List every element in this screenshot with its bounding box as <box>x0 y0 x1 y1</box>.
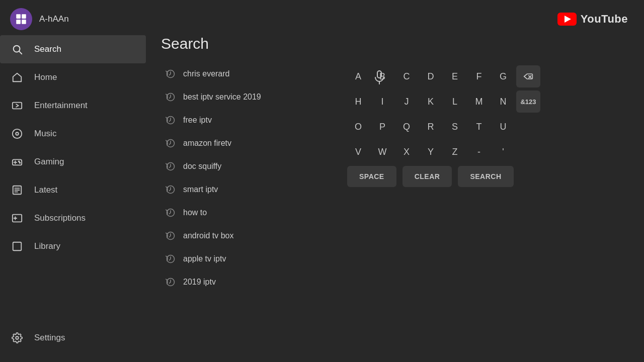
key-Z[interactable]: Z <box>444 141 466 163</box>
sidebar-item-settings[interactable]: Settings <box>0 324 146 352</box>
suggestion-item[interactable]: best iptv service 2019 <box>161 86 327 108</box>
sidebar: Search Home Entertainment <box>0 35 146 362</box>
sidebar-label-library: Library <box>34 241 60 251</box>
key-P[interactable]: P <box>371 116 393 138</box>
key-M[interactable]: M <box>468 90 490 113</box>
key-clear[interactable]: CLEAR <box>403 166 452 187</box>
key-K[interactable]: K <box>420 90 442 113</box>
svg-point-7 <box>13 129 22 138</box>
history-icon <box>165 253 176 264</box>
sidebar-label-settings: Settings <box>34 333 65 343</box>
svg-rect-1 <box>22 14 26 19</box>
suggestion-item[interactable]: amazon firetv <box>161 133 327 154</box>
key-E[interactable]: E <box>444 65 466 87</box>
key-C[interactable]: C <box>395 65 418 87</box>
suggestion-text: free iptv <box>183 116 212 125</box>
youtube-text: YouTube <box>581 13 628 26</box>
key-O[interactable]: O <box>347 116 369 138</box>
sidebar-item-music[interactable]: Music <box>0 120 146 148</box>
svg-rect-34 <box>377 71 381 78</box>
sidebar-label-subscriptions: Subscriptions <box>34 213 86 223</box>
suggestion-text: chris everard <box>183 69 229 78</box>
key-N[interactable]: N <box>492 90 514 113</box>
main-layout: Search Home Entertainment <box>0 35 644 362</box>
sidebar-item-home[interactable]: Home <box>0 63 146 92</box>
sidebar-label-gaming: Gaming <box>34 157 64 167</box>
sidebar-label-home: Home <box>34 72 57 82</box>
key-Y[interactable]: Y <box>420 141 442 163</box>
suggestions-list: chris everard best iptv service 2019 fre… <box>161 63 327 352</box>
sidebar-item-library[interactable]: Library <box>0 232 146 260</box>
key-V[interactable]: V <box>347 141 369 163</box>
key-A[interactable]: A <box>347 65 369 87</box>
suggestion-text: amazon firetv <box>183 139 231 148</box>
history-icon <box>165 68 176 79</box>
sidebar-label-latest: Latest <box>34 185 57 195</box>
latest-icon <box>10 183 24 197</box>
suggestion-item[interactable]: chris everard <box>161 63 327 84</box>
youtube-logo: YouTube <box>557 13 628 26</box>
svg-rect-0 <box>16 14 21 19</box>
key-I[interactable]: I <box>371 90 393 113</box>
key-G[interactable]: G <box>492 65 514 87</box>
key-W[interactable]: W <box>371 141 393 163</box>
suggestion-item[interactable]: how to <box>161 202 327 223</box>
content-area: Search chris everard best iptv service 2… <box>146 35 644 362</box>
key-backspace[interactable] <box>516 65 540 87</box>
search-icon <box>10 42 24 56</box>
username: A-hAAn <box>39 14 69 24</box>
key-S[interactable]: S <box>444 116 466 138</box>
key-H[interactable]: H <box>347 90 369 113</box>
history-icon <box>165 138 176 149</box>
key-R[interactable]: R <box>420 116 442 138</box>
sidebar-item-gaming[interactable]: Gaming <box>0 148 146 176</box>
suggestion-item[interactable]: doc squiffy <box>161 156 327 177</box>
page-title: Search <box>161 35 624 52</box>
svg-point-21 <box>16 336 19 339</box>
suggestion-text: apple tv iptv <box>183 254 226 263</box>
sidebar-item-entertainment[interactable]: Entertainment <box>0 92 146 120</box>
sidebar-item-subscriptions[interactable]: Subscriptions <box>0 204 146 232</box>
key-D[interactable]: D <box>420 65 442 87</box>
avatar[interactable] <box>10 8 32 30</box>
svg-rect-2 <box>16 20 21 24</box>
library-icon <box>10 239 24 253</box>
suggestion-text: 2019 iptv <box>183 278 216 287</box>
entertainment-icon <box>10 99 24 113</box>
music-icon <box>10 127 24 141</box>
keyboard-row-3: O P Q R S T U <box>347 116 540 138</box>
key-J[interactable]: J <box>395 90 418 113</box>
key-search[interactable]: SEARCH <box>458 166 513 187</box>
key-space[interactable]: SPACE <box>347 166 396 187</box>
suggestion-item[interactable]: smart iptv <box>161 179 327 200</box>
sidebar-item-search[interactable]: Search <box>0 35 146 63</box>
keyboard-row-4: V W X Y Z - ' <box>347 141 540 163</box>
sidebar-item-latest[interactable]: Latest <box>0 176 146 204</box>
key-dash[interactable]: - <box>468 141 490 163</box>
suggestion-item[interactable]: 2019 iptv <box>161 272 327 293</box>
svg-rect-6 <box>13 103 22 109</box>
key-special[interactable]: &123 <box>516 90 540 113</box>
history-icon <box>165 277 176 288</box>
svg-point-8 <box>16 132 19 135</box>
svg-line-5 <box>19 51 22 54</box>
key-U[interactable]: U <box>492 116 514 138</box>
key-apostrophe[interactable]: ' <box>492 141 514 163</box>
mic-button[interactable] <box>368 66 390 88</box>
history-icon <box>165 92 176 103</box>
keyboard-area: A B C D E F G <box>347 63 395 352</box>
svg-point-13 <box>20 162 21 163</box>
svg-rect-3 <box>22 20 26 24</box>
sidebar-label-music: Music <box>34 129 56 139</box>
history-icon <box>165 230 176 241</box>
key-T[interactable]: T <box>468 116 490 138</box>
suggestion-item[interactable]: android tv box <box>161 225 327 246</box>
key-X[interactable]: X <box>395 141 418 163</box>
suggestion-item[interactable]: free iptv <box>161 110 327 131</box>
key-F[interactable]: F <box>468 65 490 87</box>
suggestion-item[interactable]: apple tv iptv <box>161 248 327 269</box>
svg-point-12 <box>19 161 20 162</box>
settings-icon <box>10 331 24 345</box>
key-Q[interactable]: Q <box>395 116 418 138</box>
key-L[interactable]: L <box>444 90 466 113</box>
